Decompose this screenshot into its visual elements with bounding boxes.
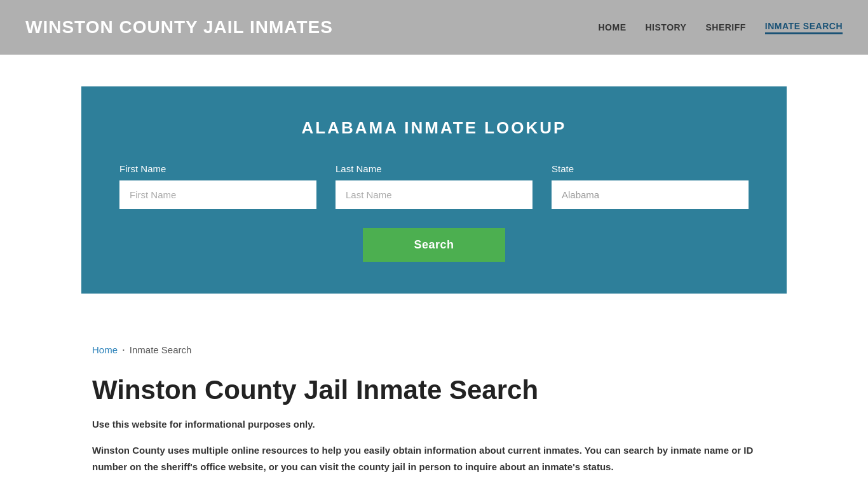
nav-item-history[interactable]: HISTORY [646, 22, 687, 32]
breadcrumb: Home • Inmate Search [92, 344, 776, 355]
state-input[interactable] [552, 180, 749, 209]
description-text: Winston County uses multiple online reso… [92, 442, 776, 475]
nav-item-home[interactable]: HOME [599, 22, 627, 32]
last-name-group: Last Name [336, 163, 532, 209]
last-name-label: Last Name [336, 163, 532, 174]
first-name-input[interactable] [119, 180, 316, 209]
page-heading: Winston County Jail Inmate Search [92, 374, 776, 406]
first-name-group: First Name [119, 163, 316, 209]
breadcrumb-home-link[interactable]: Home [92, 344, 118, 355]
disclaimer-text: Use this website for informational purpo… [92, 419, 776, 430]
breadcrumb-separator: • [123, 347, 125, 353]
lookup-title: ALABAMA INMATE LOOKUP [119, 118, 749, 138]
state-group: State [552, 163, 749, 209]
search-button-row: Search [119, 228, 749, 262]
nav-item-inmate-search[interactable]: INMATE SEARCH [765, 21, 843, 34]
first-name-label: First Name [119, 163, 316, 174]
site-title: WINSTON COUNTY JAIL INMATES [25, 17, 333, 37]
search-button[interactable]: Search [363, 228, 505, 262]
state-label: State [552, 163, 749, 174]
breadcrumb-current: Inmate Search [130, 344, 192, 355]
main-content: Winston County Jail Inmate Search Use th… [0, 362, 868, 488]
breadcrumb-nav: Home • Inmate Search [0, 325, 868, 362]
inmate-lookup-section: ALABAMA INMATE LOOKUP First Name Last Na… [81, 86, 787, 294]
last-name-input[interactable] [336, 180, 532, 209]
main-nav: HOME HISTORY SHERIFF INMATE SEARCH [599, 21, 843, 34]
form-fields-row: First Name Last Name State [119, 163, 749, 209]
site-header: WINSTON COUNTY JAIL INMATES HOME HISTORY… [0, 0, 868, 55]
nav-item-sheriff[interactable]: SHERIFF [705, 22, 745, 32]
